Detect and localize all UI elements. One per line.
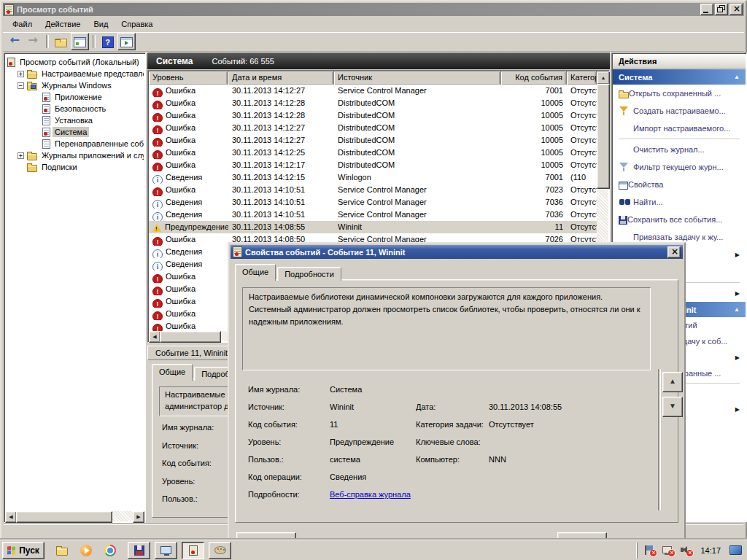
separator xyxy=(658,369,661,510)
start-button[interactable]: Пуск xyxy=(2,542,44,559)
event-row[interactable]: iСведения30.11.2013 14:10:51Service Cont… xyxy=(149,196,597,209)
field-label xyxy=(416,468,489,486)
tab-details[interactable]: Подробности xyxy=(277,267,341,281)
tree-item-7[interactable]: Перенаправленные событ xyxy=(6,138,144,149)
column-header-0[interactable]: Уровень xyxy=(149,71,228,85)
event-row[interactable]: iСведения30.11.2013 14:12:15Winlogon7001… xyxy=(149,171,597,184)
paint-button[interactable] xyxy=(209,542,231,559)
level-cell: !Ошибка xyxy=(149,122,228,134)
flag-error-icon[interactable]: × xyxy=(643,545,655,556)
action-item-0-5[interactable]: Фильтр текущего журн... xyxy=(613,158,746,176)
eventvwr-button[interactable] xyxy=(182,542,204,559)
web-help-link[interactable]: Веб-справка журнала xyxy=(330,486,416,503)
action-item-0-2[interactable]: Импорт настраиваемого... xyxy=(613,120,746,137)
next-event-button[interactable]: ▼ xyxy=(662,397,683,417)
column-header-3[interactable]: Код события xyxy=(501,71,567,85)
tree-item-0[interactable]: Просмотр событий (Локальный) xyxy=(6,56,144,68)
action-item-0-7[interactable]: Найти... xyxy=(613,193,746,211)
tree-item-3[interactable]: Приложение xyxy=(6,91,144,103)
tree-item-2[interactable]: −Журналы Windows xyxy=(6,79,144,91)
tree-item-6[interactable]: Система xyxy=(6,126,144,138)
media-player-icon[interactable] xyxy=(80,545,92,556)
event-viewer-icon xyxy=(4,4,14,15)
menu-item-2[interactable]: Вид xyxy=(87,18,115,31)
event-row[interactable]: !Ошибка30.11.2013 14:12:27DistributedCOM… xyxy=(149,122,597,134)
menu-item-3[interactable]: Справка xyxy=(115,18,159,31)
level-cell: !Ошибка xyxy=(149,233,228,246)
toolbar-separator xyxy=(93,35,96,48)
console-tree: Просмотр событий (Локальный)+Настраиваем… xyxy=(6,56,144,510)
level-cell: !Ошибка xyxy=(149,85,228,97)
scroll-up-button[interactable]: ▲ xyxy=(597,71,610,85)
action-item-0-4[interactable]: Очистить журнал... xyxy=(613,141,746,158)
scroll-left-button[interactable]: ◀ xyxy=(5,511,17,523)
event-row[interactable]: iСведения30.11.2013 14:10:51Service Cont… xyxy=(149,209,597,221)
save-button[interactable] xyxy=(128,542,150,559)
submenu-arrow-icon: ▶ xyxy=(735,354,740,361)
event-datetime: 30.11.2013 14:12:27 xyxy=(228,122,334,134)
toolbar-open-log-button[interactable] xyxy=(53,34,69,50)
event-code: 7036 xyxy=(501,196,567,209)
tree-item-8[interactable]: +Журналы приложений и служ xyxy=(6,149,144,161)
event-row[interactable]: Предупреждение30.11.2013 14:08:55Wininit… xyxy=(149,221,597,233)
explorer-icon[interactable] xyxy=(56,548,68,556)
toolbar-back-button[interactable] xyxy=(7,34,24,50)
field-value: NNN xyxy=(489,451,654,468)
action-label: Свойства xyxy=(628,180,740,189)
action-item-0-6[interactable]: Свойства xyxy=(613,176,746,193)
action-item-0-0[interactable]: Открыть сохраненный ... xyxy=(613,85,746,102)
scrollbar-thumb[interactable] xyxy=(160,331,221,343)
action-item-0-1[interactable]: Создать настраиваемо... xyxy=(613,102,746,120)
event-level: Ошибка xyxy=(166,86,196,95)
menu-item-0[interactable]: Файл xyxy=(6,18,39,31)
network-error-icon[interactable]: × xyxy=(662,545,673,556)
column-header-2[interactable]: Источник xyxy=(334,71,501,85)
toolbar-help-button[interactable] xyxy=(99,34,116,50)
scroll-left-button[interactable]: ◀ xyxy=(149,331,160,343)
event-level: Сведения xyxy=(166,260,202,268)
chrome-icon[interactable] xyxy=(104,545,116,556)
tab-general[interactable]: Общие xyxy=(235,264,276,281)
event-row[interactable]: !Ошибка30.11.2013 14:12:28DistributedCOM… xyxy=(149,109,597,122)
tree-item-1[interactable]: +Настраиваемые представлени xyxy=(6,68,144,79)
scrollbar-thumb[interactable] xyxy=(16,511,112,523)
previous-event-button[interactable]: ▲ xyxy=(662,372,683,392)
error-icon: ! xyxy=(152,324,163,331)
back-icon xyxy=(10,36,22,47)
toolbar-action-pane-button[interactable] xyxy=(117,33,136,50)
tree-horizontal-scrollbar[interactable]: ◀ ▶ xyxy=(5,511,144,521)
show-desktop-button[interactable] xyxy=(729,545,742,555)
tab-general[interactable]: Общие xyxy=(152,364,193,381)
action-section-header-0[interactable]: Система▲ xyxy=(613,69,746,85)
event-level: Ошибка xyxy=(166,297,196,306)
expander-icon[interactable]: − xyxy=(18,82,24,89)
event-row[interactable]: !Ошибка30.11.2013 14:12:27DistributedCOM… xyxy=(149,134,597,147)
scrollbar-thumb[interactable] xyxy=(597,84,610,189)
action-item-0-8[interactable]: Сохранить все события... xyxy=(613,211,746,228)
minimize-button[interactable] xyxy=(700,4,713,15)
tree-item-5[interactable]: Установка xyxy=(6,114,144,126)
menu-item-1[interactable]: Действие xyxy=(39,18,87,31)
column-header-4[interactable]: Категория задачи xyxy=(567,71,597,85)
display-button[interactable] xyxy=(155,542,177,559)
close-button[interactable] xyxy=(729,4,743,15)
dialog-close-button[interactable] xyxy=(667,246,681,258)
event-row[interactable]: !Ошибка30.11.2013 14:12:17DistributedCOM… xyxy=(149,159,597,171)
toolbar-console-tree-button[interactable] xyxy=(71,33,89,50)
event-row[interactable]: !Ошибка30.11.2013 14:12:27Service Contro… xyxy=(149,85,597,97)
event-row[interactable]: !Ошибка30.11.2013 14:12:25DistributedCOM… xyxy=(149,147,597,159)
toolbar-forward-button[interactable] xyxy=(26,34,42,50)
column-header-1[interactable]: Дата и время xyxy=(228,71,334,85)
detail-row: Пользов.:системаКомпьютер:NNN xyxy=(248,451,654,468)
tree-item-9[interactable]: Подписки xyxy=(6,161,144,173)
expander-icon[interactable]: + xyxy=(18,71,24,77)
event-row[interactable]: !Ошибка30.11.2013 14:12:28DistributedCOM… xyxy=(149,97,597,109)
expander-icon[interactable]: + xyxy=(18,152,24,159)
volume-error-icon[interactable]: × xyxy=(680,545,692,556)
event-level: Ошибка xyxy=(166,111,196,120)
scroll-right-button[interactable]: ▶ xyxy=(133,511,144,523)
event-level: Ошибка xyxy=(166,148,196,157)
tree-item-4[interactable]: Безопасность xyxy=(6,103,144,114)
event-row[interactable]: !Ошибка30.11.2013 14:10:51Service Contro… xyxy=(149,184,597,196)
restore-button[interactable] xyxy=(715,4,728,15)
